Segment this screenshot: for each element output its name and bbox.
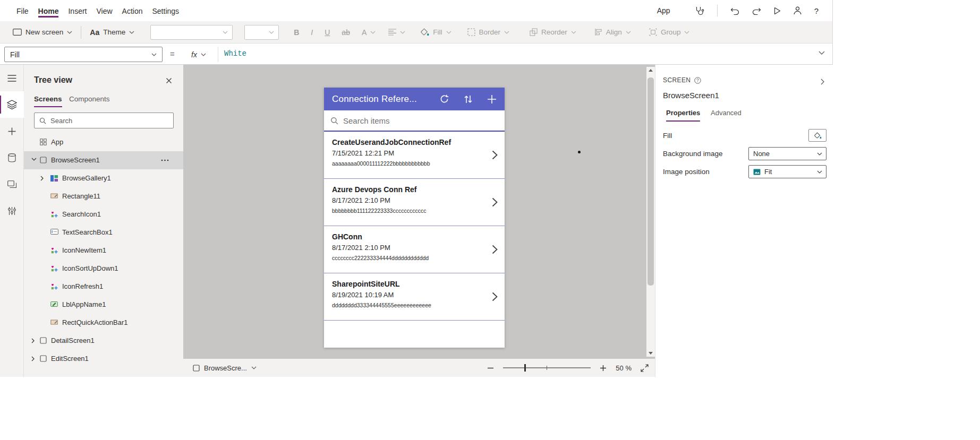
- tree-item-rectquickactionbar1[interactable]: RectQuickActionBar1: [24, 314, 183, 332]
- redo-icon[interactable]: [752, 7, 761, 15]
- tree-search-input[interactable]: [50, 117, 168, 125]
- screen-selector-label: BrowseScre...: [204, 364, 247, 372]
- play-icon[interactable]: [774, 7, 781, 15]
- chevron-right-icon[interactable]: [40, 176, 44, 181]
- refresh-icon[interactable]: [439, 94, 449, 104]
- menu-action[interactable]: Action: [117, 1, 148, 20]
- tree-item-detailscreen1[interactable]: DetailScreen1: [24, 332, 183, 350]
- background-image-dropdown[interactable]: None: [748, 147, 826, 160]
- gallery-item[interactable]: GHConn 8/17/2021 2:10 PM cccccccc2222333…: [324, 226, 505, 273]
- scroll-up-icon[interactable]: [649, 69, 653, 72]
- tree-search-box[interactable]: [34, 113, 174, 128]
- app-checker-icon[interactable]: [695, 6, 704, 15]
- chevron-right-icon[interactable]: [492, 292, 498, 301]
- strikethrough-button[interactable]: ab: [342, 28, 350, 37]
- tree-item-app[interactable]: App: [24, 133, 183, 151]
- gallery-item[interactable]: CreateUserandJobConnectionRef 7/15/2021 …: [324, 132, 505, 179]
- chevron-right-icon[interactable]: [492, 150, 498, 160]
- tree-item-lblappname1[interactable]: LblAppName1: [24, 296, 183, 314]
- fill-color-button[interactable]: [808, 129, 826, 142]
- chevron-right-icon[interactable]: [492, 197, 498, 207]
- new-screen-button[interactable]: New screen: [13, 28, 72, 36]
- share-person-icon[interactable]: [794, 6, 802, 15]
- canvas-scrollbar[interactable]: [646, 67, 655, 357]
- italic-button[interactable]: I: [311, 28, 313, 37]
- fill-button[interactable]: Fill: [420, 28, 451, 36]
- hamburger-menu-icon[interactable]: [0, 65, 24, 91]
- undo-icon[interactable]: [730, 7, 739, 15]
- tree-item-editscreen1[interactable]: EditScreen1: [24, 350, 183, 368]
- chevron-right-icon[interactable]: [31, 356, 35, 361]
- insert-plus-icon[interactable]: [0, 118, 24, 144]
- tree-item-browsescreen1[interactable]: BrowseScreen1: [24, 151, 183, 169]
- chevron-down-icon: [251, 366, 257, 369]
- property-selector[interactable]: Fill: [4, 47, 163, 62]
- tree-item-iconrefresh1[interactable]: IconRefresh1: [24, 278, 183, 296]
- app-title-bar[interactable]: Connection Refere...: [324, 88, 505, 110]
- tab-screens[interactable]: Screens: [34, 95, 62, 107]
- menu-settings[interactable]: Settings: [148, 1, 184, 20]
- design-canvas[interactable]: Connection Refere... CreateUserandJobCon…: [183, 65, 655, 359]
- tree-item-iconnewitem1[interactable]: IconNewItem1: [24, 241, 183, 260]
- formula-input[interactable]: White: [224, 49, 246, 58]
- tree-item-browsegallery1[interactable]: BrowseGallery1: [24, 169, 183, 187]
- collapse-panel-icon[interactable]: [821, 79, 824, 85]
- text-input-icon: [50, 229, 58, 235]
- menu-insert[interactable]: Insert: [63, 1, 91, 20]
- tree-item-searchicon1[interactable]: SearchIcon1: [24, 205, 183, 223]
- scrollbar-thumb[interactable]: [647, 77, 654, 286]
- fit-to-window-icon[interactable]: [641, 364, 649, 372]
- tree-item-textsearchbox1[interactable]: TextSearchBox1: [24, 223, 183, 241]
- tab-components[interactable]: Components: [69, 95, 110, 106]
- chevron-right-icon[interactable]: [492, 245, 498, 254]
- zoom-out-icon[interactable]: [487, 365, 494, 372]
- paint-bucket-icon: [420, 28, 429, 36]
- underline-button[interactable]: U: [325, 28, 330, 37]
- font-family-dropdown[interactable]: [150, 25, 233, 40]
- theme-button[interactable]: Aa Theme: [90, 28, 134, 37]
- app-search-box[interactable]: [324, 110, 505, 132]
- help-circle-icon[interactable]: ?: [694, 77, 701, 84]
- gallery-item[interactable]: SharepointSiteURL 8/19/2021 10:19 AM ddd…: [324, 273, 505, 321]
- gallery-item[interactable]: Azure Devops Conn Ref 8/17/2021 2:10 PM …: [324, 179, 505, 226]
- help-icon[interactable]: ?: [814, 6, 819, 15]
- font-size-dropdown[interactable]: [244, 25, 279, 40]
- scroll-down-icon[interactable]: [649, 352, 653, 355]
- zoom-in-icon[interactable]: [600, 365, 607, 372]
- group-button[interactable]: Group: [649, 28, 690, 36]
- align-button[interactable]: Align: [594, 28, 631, 36]
- zoom-slider-thumb[interactable]: [524, 364, 526, 372]
- data-sources-icon[interactable]: [0, 144, 24, 171]
- chevron-down-icon[interactable]: [31, 158, 37, 161]
- app-preview[interactable]: Connection Refere... CreateUserandJobCon…: [324, 88, 505, 348]
- advanced-tools-icon[interactable]: [0, 197, 24, 224]
- more-options-icon[interactable]: [161, 159, 169, 161]
- border-button[interactable]: Border: [467, 28, 510, 36]
- tree-view-rail-icon[interactable]: [0, 91, 24, 118]
- zoom-slider[interactable]: [503, 367, 591, 368]
- menu-home[interactable]: Home: [33, 1, 64, 20]
- reorder-button[interactable]: Reorder: [530, 28, 576, 36]
- sort-icon[interactable]: [464, 94, 473, 104]
- text-align-button[interactable]: [388, 29, 405, 36]
- tree-item-iconsortupdown1[interactable]: IconSortUpDown1: [24, 260, 183, 278]
- expand-formula-bar-icon[interactable]: [819, 51, 825, 55]
- close-icon[interactable]: [166, 77, 172, 84]
- tab-properties[interactable]: Properties: [666, 109, 700, 122]
- image-position-dropdown[interactable]: Fit: [748, 165, 826, 178]
- tree-item-label: DetailScreen1: [51, 332, 95, 350]
- fx-selector[interactable]: fx: [187, 48, 210, 62]
- menu-view[interactable]: View: [91, 1, 117, 20]
- screen-selector[interactable]: BrowseScre...: [193, 359, 257, 377]
- chevron-right-icon[interactable]: [31, 338, 35, 343]
- menu-file[interactable]: File: [12, 1, 33, 20]
- tree-item-rectangle11[interactable]: Rectangle11: [24, 187, 183, 205]
- chevron-down-icon: [504, 31, 509, 34]
- font-color-button[interactable]: A: [362, 28, 376, 37]
- media-icon[interactable]: [0, 171, 24, 197]
- add-icon[interactable]: [487, 94, 497, 104]
- bold-button[interactable]: B: [294, 28, 299, 37]
- tab-advanced[interactable]: Advanced: [711, 109, 742, 120]
- app-search-input[interactable]: [343, 116, 498, 125]
- app-scope-label[interactable]: App: [657, 6, 670, 15]
